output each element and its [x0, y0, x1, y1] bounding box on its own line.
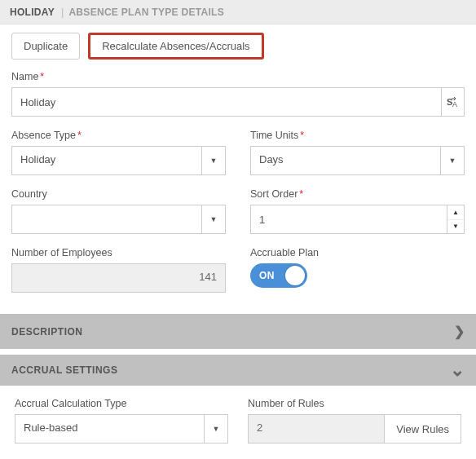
section-accrual-settings[interactable]: ACCRUAL SETTINGS ⌄: [0, 355, 476, 386]
name-input[interactable]: [11, 87, 442, 117]
caret-down-icon[interactable]: ▼: [201, 205, 226, 234]
chevron-down-icon: ⌄: [450, 366, 465, 374]
num-employees-label: Number of Employees: [11, 247, 226, 258]
absence-type-value: Holiday: [11, 146, 201, 175]
accrual-settings-content: Accrual Calculation Type Rule-based ▼ Nu…: [0, 386, 476, 450]
time-units-value: Days: [250, 146, 440, 175]
time-units-label: Time Units*: [250, 130, 465, 141]
country-select[interactable]: ▼: [11, 205, 226, 234]
absence-type-select[interactable]: Holiday ▼: [11, 146, 226, 175]
tab-absence-details[interactable]: ABSENCE PLAN TYPE DETAILS: [68, 7, 231, 18]
spin-up-icon[interactable]: ▲: [447, 205, 464, 220]
spin-down-icon[interactable]: ▼: [447, 220, 464, 234]
caret-down-icon[interactable]: ▼: [204, 414, 228, 444]
duplicate-button[interactable]: Duplicate: [11, 33, 80, 60]
sort-order-stepper[interactable]: ▲ ▼: [250, 205, 465, 234]
form-area: Name* S A Absence Type* Holiday: [0, 71, 476, 309]
section-description-title: DESCRIPTION: [11, 326, 83, 338]
num-employees-value: 141: [11, 263, 226, 293]
toggle-knob: [285, 266, 305, 285]
absence-type-label: Absence Type*: [11, 130, 226, 141]
calc-type-label: Accrual Calculation Type: [15, 398, 228, 409]
num-rules-value: 2: [248, 414, 384, 444]
view-rules-button[interactable]: View Rules: [384, 414, 461, 444]
country-value: [11, 205, 201, 234]
sort-order-label: Sort Order*: [250, 188, 465, 200]
toolbar: Duplicate Recalculate Absences/Accruals: [0, 24, 476, 71]
country-label: Country: [11, 188, 226, 200]
time-units-select[interactable]: Days ▼: [250, 146, 465, 175]
caret-down-icon[interactable]: ▼: [201, 146, 226, 175]
header-bar: HOLIDAY | ABSENCE PLAN TYPE DETAILS: [0, 0, 476, 24]
toggle-state: ON: [259, 270, 275, 281]
sort-order-input[interactable]: [250, 205, 447, 234]
calc-type-select[interactable]: Rule-based ▼: [15, 414, 228, 444]
name-label: Name*: [11, 71, 465, 82]
section-description[interactable]: DESCRIPTION ❯: [0, 314, 476, 350]
calc-type-value: Rule-based: [15, 414, 204, 444]
tab-separator: |: [61, 6, 64, 18]
num-rules-label: Number of Rules: [248, 398, 461, 409]
caret-down-icon[interactable]: ▼: [440, 146, 465, 175]
chevron-right-icon: ❯: [454, 324, 465, 339]
translate-icon[interactable]: S A: [442, 87, 465, 117]
accruable-label: Accruable Plan: [250, 247, 465, 258]
accruable-toggle[interactable]: ON: [250, 263, 307, 288]
tab-holiday[interactable]: HOLIDAY: [10, 7, 61, 18]
recalculate-button[interactable]: Recalculate Absences/Accruals: [88, 33, 263, 60]
svg-text:A: A: [452, 100, 457, 108]
section-accrual-title: ACCRUAL SETTINGS: [11, 364, 117, 376]
